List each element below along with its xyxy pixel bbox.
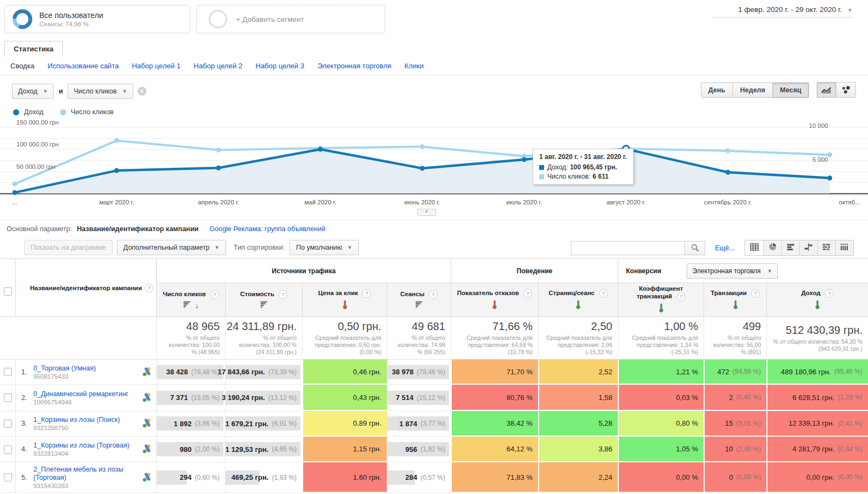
column-header-7[interactable]: Коэффициент транзакций ? xyxy=(618,283,704,317)
row-checkbox-cell xyxy=(0,360,15,385)
advanced-filter-link[interactable]: Ещё... xyxy=(715,244,735,252)
column-header-2[interactable]: Стоимость ? xyxy=(225,283,302,317)
tab-statistics[interactable]: Статистика xyxy=(4,41,63,57)
add-segment-label: + Добавить сегмент xyxy=(236,15,304,23)
column-header-5[interactable]: Показатель отказов ? xyxy=(451,283,538,317)
column-header-label: Транзакции ? xyxy=(711,289,760,298)
thermometer-icon[interactable] xyxy=(815,300,820,311)
chart-type-switch xyxy=(817,82,856,98)
metric-select-secondary[interactable]: Число кликов ▼ xyxy=(68,84,133,99)
help-icon[interactable]: ? xyxy=(825,289,834,298)
table-view-icon xyxy=(750,243,759,253)
search-button[interactable] xyxy=(684,241,705,255)
metric-cell: 71,83 % xyxy=(451,462,538,493)
subnav-link-набор-целей-3[interactable]: Набор целей 3 xyxy=(256,62,304,70)
help-icon[interactable]: ? xyxy=(751,289,760,298)
metric-value: 1 129,53 грн. xyxy=(226,445,269,454)
subnav-link-сводка[interactable]: Сводка xyxy=(10,62,34,70)
help-icon[interactable]: ? xyxy=(523,289,532,298)
metric-value: 0,80 % xyxy=(676,419,698,427)
line-chart-view-button[interactable] xyxy=(817,82,836,98)
primary-dimension-alt-link[interactable]: Google Реклама: группа объявлений xyxy=(210,225,326,233)
subnav-link-набор-целей-1[interactable]: Набор целей 1 xyxy=(132,62,180,70)
campaign-name-cell: 2.0_Динамический ремаркетинг10095754946 xyxy=(15,385,156,411)
add-segment-button[interactable]: + Добавить сегмент xyxy=(196,5,385,33)
metric-value: 472 xyxy=(717,368,729,376)
column-header-1[interactable]: Число кликов ?↓ xyxy=(156,283,225,317)
primary-dimension-selected[interactable]: Название/идентификатор кампании xyxy=(77,225,199,233)
help-icon[interactable]: ? xyxy=(145,284,153,292)
segment-card-all-users[interactable]: Все пользователи Сеансы: 74,98 % xyxy=(4,5,190,33)
subnav-link-клики[interactable]: Клики xyxy=(404,62,423,70)
row-checkbox[interactable] xyxy=(4,473,12,481)
campaign-link[interactable]: 1_Корзины из лозы (Торговая) xyxy=(33,442,140,450)
table-search-input[interactable] xyxy=(571,241,684,255)
campaign-link[interactable]: 0_Торговая (Умная) xyxy=(33,364,140,373)
chart-collapse-button[interactable]: ▼ xyxy=(417,209,436,216)
google-ads-icon xyxy=(142,417,153,430)
plot-rows-button[interactable]: Показать на диаграмме xyxy=(24,240,113,255)
view-mode-comparison-button[interactable] xyxy=(799,240,817,255)
column-header-6[interactable]: Страниц/сеанс ? xyxy=(538,283,618,317)
sort-type-value: По умолчанию xyxy=(296,244,343,251)
help-icon[interactable]: ? xyxy=(599,289,608,298)
google-ads-icon xyxy=(142,392,153,402)
view-mode-pivot-button[interactable] xyxy=(835,240,853,255)
row-checkbox[interactable] xyxy=(4,368,12,376)
column-header-8[interactable]: Транзакции ? xyxy=(704,283,766,317)
conversions-type-select[interactable]: Электронная торговля▼ xyxy=(687,263,778,279)
subnav-link-использование-сайта[interactable]: Использование сайта xyxy=(48,62,119,70)
column-header-9[interactable]: Доход ? xyxy=(766,283,868,317)
thermometer-icon xyxy=(576,300,581,309)
view-mode-performance-button[interactable] xyxy=(781,240,799,255)
sort-descending-icon[interactable]: ↓ xyxy=(195,301,199,310)
subnav-link-электронная-торговля[interactable]: Электронная торговля xyxy=(317,62,391,70)
thermometer-icon[interactable] xyxy=(659,303,664,314)
campaign-link[interactable]: 2_Плетеная мебель из лозы (Торговая) xyxy=(33,466,140,482)
column-group-3: КонверсииЭлектронная торговля▼ xyxy=(618,259,868,283)
table-toolbar: Показать на диаграмме Дополнительный пар… xyxy=(0,238,868,257)
metric-value: 980 xyxy=(180,445,192,454)
help-icon[interactable]: ? xyxy=(362,289,371,298)
legend-dot-icon xyxy=(13,109,19,115)
comparison-bars-icon[interactable] xyxy=(415,301,423,309)
granularity-button-день[interactable]: День xyxy=(701,83,733,98)
help-icon[interactable]: ? xyxy=(210,290,219,299)
granularity-button-неделя[interactable]: Неделя xyxy=(733,83,773,98)
subnav-link-набор-целей-2[interactable]: Набор целей 2 xyxy=(194,62,243,70)
view-mode-table-button[interactable] xyxy=(745,240,763,255)
row-checkbox[interactable] xyxy=(4,393,12,402)
date-range-picker[interactable]: 1 февр. 2020 г. - 29 окт. 2020 г. ▼ xyxy=(713,4,854,17)
thermometer-icon[interactable] xyxy=(576,300,581,311)
help-icon[interactable]: ? xyxy=(677,292,686,301)
comparison-bars-icon[interactable] xyxy=(183,301,191,309)
campaign-link[interactable]: 1_Корзины из лозы (Поиск) xyxy=(33,416,140,424)
granularity-switch: ДеньНеделяМесяц xyxy=(701,83,810,98)
motion-chart-view-button[interactable] xyxy=(836,82,856,98)
column-header-4[interactable]: Сеансы ? xyxy=(387,283,451,317)
granularity-button-месяц[interactable]: Месяц xyxy=(773,83,809,98)
sort-type-button[interactable]: По умолчанию ▼ xyxy=(290,240,358,255)
thermometer-icon[interactable] xyxy=(343,300,347,311)
help-icon[interactable]: ? xyxy=(429,290,438,299)
select-all-checkbox[interactable] xyxy=(4,287,12,296)
row-checkbox[interactable] xyxy=(4,420,12,428)
thermometer-icon[interactable] xyxy=(492,300,497,311)
campaign-link[interactable]: 0_Динамический ремаркетинг xyxy=(33,390,140,398)
row-checkbox[interactable] xyxy=(4,445,12,454)
comparison-bars-icon[interactable] xyxy=(260,301,268,309)
timeseries-chart[interactable]: 150 000,00 грн100 000,00 грн50 000,00 гр… xyxy=(0,120,868,217)
totals-cell-7: 1,00 %Средний показатель для представлен… xyxy=(618,317,704,360)
view-mode-term-cloud-button[interactable] xyxy=(817,240,835,255)
metric-select-primary[interactable]: Доход ▼ xyxy=(12,84,54,99)
google-ads-icon xyxy=(142,366,153,377)
help-icon[interactable]: ? xyxy=(279,290,287,299)
dimension-column-header[interactable]: Название/идентификатор кампании? xyxy=(15,259,156,317)
thermometer-icon[interactable] xyxy=(733,300,738,311)
legend-label: Число кликов xyxy=(71,108,114,116)
column-header-3[interactable]: Цена за клик ? xyxy=(302,283,387,317)
metric-cell: 284(0,57 %) xyxy=(387,462,451,493)
secondary-dimension-button[interactable]: Дополнительный параметр ▼ xyxy=(117,240,226,255)
remove-metric-icon[interactable]: ✕ xyxy=(138,87,146,96)
view-mode-percentage-button[interactable] xyxy=(763,240,781,255)
